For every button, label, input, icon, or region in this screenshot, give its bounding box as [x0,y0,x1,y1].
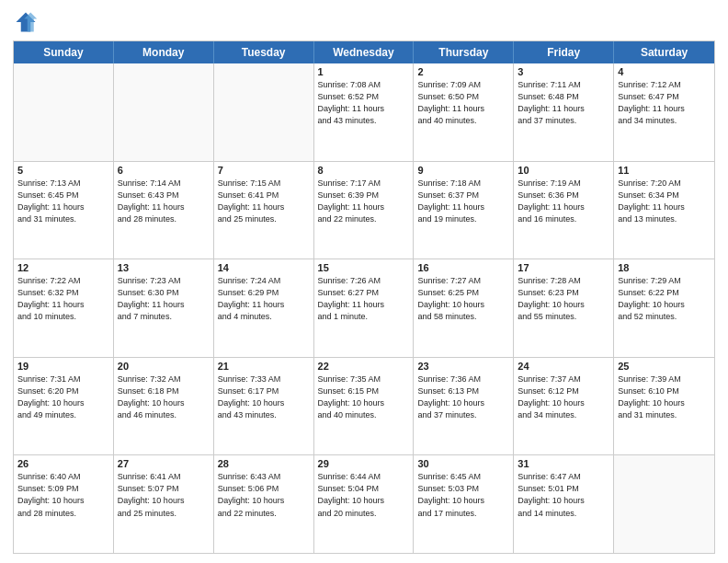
calendar-cell-1-7: 4Sunrise: 7:12 AM Sunset: 6:47 PM Daylig… [614,63,714,161]
calendar-cell-2-1: 5Sunrise: 7:13 AM Sunset: 6:45 PM Daylig… [14,162,114,259]
day-number: 3 [518,66,609,77]
calendar-cell-4-1: 19Sunrise: 7:31 AM Sunset: 6:20 PM Dayli… [14,358,114,455]
cell-info: Sunrise: 7:36 AM Sunset: 6:13 PM Dayligh… [417,373,509,421]
cell-info: Sunrise: 7:17 AM Sunset: 6:39 PM Dayligh… [318,178,410,225]
calendar-cell-3-3: 14Sunrise: 7:24 AM Sunset: 6:29 PM Dayli… [214,259,314,357]
calendar-cell-5-6: 31Sunrise: 6:47 AM Sunset: 5:01 PM Dayli… [514,455,614,553]
cell-info: Sunrise: 6:47 AM Sunset: 5:01 PM Dayligh… [518,471,609,519]
cell-info: Sunrise: 6:41 AM Sunset: 5:07 PM Dayligh… [118,471,210,519]
calendar-cell-2-4: 8Sunrise: 7:17 AM Sunset: 6:39 PM Daylig… [314,162,415,259]
calendar-header-thursday: Thursday [414,41,514,63]
cell-info: Sunrise: 7:32 AM Sunset: 6:18 PM Dayligh… [118,373,210,421]
cell-info: Sunrise: 7:24 AM Sunset: 6:29 PM Dayligh… [218,275,310,323]
day-number: 30 [417,458,509,469]
calendar-cell-5-5: 30Sunrise: 6:45 AM Sunset: 5:03 PM Dayli… [414,455,514,553]
day-number: 31 [518,458,609,469]
day-number: 2 [417,66,509,77]
day-number: 6 [118,165,210,176]
day-number: 26 [17,458,109,469]
calendar-header-sunday: Sunday [14,41,114,63]
calendar-cell-1-6: 3Sunrise: 7:11 AM Sunset: 6:48 PM Daylig… [514,63,614,161]
cell-info: Sunrise: 6:40 AM Sunset: 5:09 PM Dayligh… [17,471,109,519]
cell-info: Sunrise: 7:29 AM Sunset: 6:22 PM Dayligh… [618,275,711,323]
calendar-cell-5-2: 27Sunrise: 6:41 AM Sunset: 5:07 PM Dayli… [114,455,214,553]
calendar-cell-2-7: 11Sunrise: 7:20 AM Sunset: 6:34 PM Dayli… [614,162,714,259]
day-number: 7 [218,165,310,176]
calendar-cell-3-5: 16Sunrise: 7:27 AM Sunset: 6:25 PM Dayli… [414,259,514,357]
calendar-header-friday: Friday [514,41,614,63]
cell-info: Sunrise: 7:13 AM Sunset: 6:45 PM Dayligh… [17,178,109,225]
calendar-cell-5-1: 26Sunrise: 6:40 AM Sunset: 5:09 PM Dayli… [14,455,114,553]
calendar-week-2: 5Sunrise: 7:13 AM Sunset: 6:45 PM Daylig… [14,161,714,259]
cell-info: Sunrise: 7:18 AM Sunset: 6:37 PM Dayligh… [417,178,509,225]
day-number: 21 [218,361,310,372]
cell-info: Sunrise: 7:31 AM Sunset: 6:20 PM Dayligh… [17,373,109,421]
calendar-cell-5-4: 29Sunrise: 6:44 AM Sunset: 5:04 PM Dayli… [314,455,415,553]
calendar-cell-4-7: 25Sunrise: 7:39 AM Sunset: 6:10 PM Dayli… [614,358,714,455]
cell-info: Sunrise: 7:26 AM Sunset: 6:27 PM Dayligh… [318,275,410,323]
calendar-cell-1-3 [214,63,314,161]
calendar-week-3: 12Sunrise: 7:22 AM Sunset: 6:32 PM Dayli… [14,259,714,357]
cell-info: Sunrise: 7:39 AM Sunset: 6:10 PM Dayligh… [618,373,711,421]
calendar-cell-2-2: 6Sunrise: 7:14 AM Sunset: 6:43 PM Daylig… [114,162,214,259]
cell-info: Sunrise: 7:08 AM Sunset: 6:52 PM Dayligh… [318,79,410,127]
day-number: 11 [618,165,711,176]
day-number: 23 [417,361,509,372]
calendar-week-1: 1Sunrise: 7:08 AM Sunset: 6:52 PM Daylig… [14,63,714,161]
calendar-header-wednesday: Wednesday [314,41,415,63]
logo-icon [13,9,39,35]
calendar-cell-4-6: 24Sunrise: 7:37 AM Sunset: 6:12 PM Dayli… [514,358,614,455]
calendar-cell-1-2 [114,63,214,161]
calendar-cell-4-5: 23Sunrise: 7:36 AM Sunset: 6:13 PM Dayli… [414,358,514,455]
cell-info: Sunrise: 7:12 AM Sunset: 6:47 PM Dayligh… [618,79,711,127]
day-number: 9 [417,165,509,176]
day-number: 19 [17,361,109,372]
day-number: 13 [118,262,210,273]
day-number: 25 [618,361,711,372]
day-number: 1 [318,66,410,77]
calendar-week-5: 26Sunrise: 6:40 AM Sunset: 5:09 PM Dayli… [14,454,714,553]
calendar-week-4: 19Sunrise: 7:31 AM Sunset: 6:20 PM Dayli… [14,357,714,455]
calendar: SundayMondayTuesdayWednesdayThursdayFrid… [13,40,715,554]
calendar-cell-1-4: 1Sunrise: 7:08 AM Sunset: 6:52 PM Daylig… [314,63,415,161]
day-number: 5 [17,165,109,176]
calendar-header-saturday: Saturday [614,41,714,63]
cell-info: Sunrise: 7:22 AM Sunset: 6:32 PM Dayligh… [17,275,109,323]
calendar-cell-1-5: 2Sunrise: 7:09 AM Sunset: 6:50 PM Daylig… [414,63,514,161]
calendar-cell-3-2: 13Sunrise: 7:23 AM Sunset: 6:30 PM Dayli… [114,259,214,357]
calendar-cell-2-5: 9Sunrise: 7:18 AM Sunset: 6:37 PM Daylig… [414,162,514,259]
day-number: 18 [618,262,711,273]
cell-info: Sunrise: 7:15 AM Sunset: 6:41 PM Dayligh… [218,178,310,225]
day-number: 4 [618,66,711,77]
day-number: 22 [318,361,410,372]
cell-info: Sunrise: 7:28 AM Sunset: 6:23 PM Dayligh… [518,275,609,323]
day-number: 14 [218,262,310,273]
day-number: 20 [118,361,210,372]
calendar-cell-5-7 [614,455,714,553]
day-number: 16 [417,262,509,273]
day-number: 24 [518,361,609,372]
day-number: 28 [218,458,310,469]
cell-info: Sunrise: 7:09 AM Sunset: 6:50 PM Dayligh… [417,79,509,127]
cell-info: Sunrise: 7:19 AM Sunset: 6:36 PM Dayligh… [518,178,609,225]
cell-info: Sunrise: 7:14 AM Sunset: 6:43 PM Dayligh… [118,178,210,225]
cell-info: Sunrise: 7:37 AM Sunset: 6:12 PM Dayligh… [518,373,609,421]
calendar-cell-2-6: 10Sunrise: 7:19 AM Sunset: 6:36 PM Dayli… [514,162,614,259]
calendar-header-row: SundayMondayTuesdayWednesdayThursdayFrid… [14,41,714,63]
calendar-cell-2-3: 7Sunrise: 7:15 AM Sunset: 6:41 PM Daylig… [214,162,314,259]
logo [13,9,42,35]
calendar-cell-4-4: 22Sunrise: 7:35 AM Sunset: 6:15 PM Dayli… [314,358,415,455]
day-number: 15 [318,262,410,273]
day-number: 27 [118,458,210,469]
calendar-cell-3-7: 18Sunrise: 7:29 AM Sunset: 6:22 PM Dayli… [614,259,714,357]
cell-info: Sunrise: 7:35 AM Sunset: 6:15 PM Dayligh… [318,373,410,421]
calendar-cell-4-3: 21Sunrise: 7:33 AM Sunset: 6:17 PM Dayli… [214,358,314,455]
calendar-cell-1-1 [14,63,114,161]
cell-info: Sunrise: 7:33 AM Sunset: 6:17 PM Dayligh… [218,373,310,421]
calendar-cell-5-3: 28Sunrise: 6:43 AM Sunset: 5:06 PM Dayli… [214,455,314,553]
day-number: 29 [318,458,410,469]
page: SundayMondayTuesdayWednesdayThursdayFrid… [0,0,728,563]
calendar-cell-3-6: 17Sunrise: 7:28 AM Sunset: 6:23 PM Dayli… [514,259,614,357]
calendar-header-tuesday: Tuesday [214,41,314,63]
day-number: 10 [518,165,609,176]
